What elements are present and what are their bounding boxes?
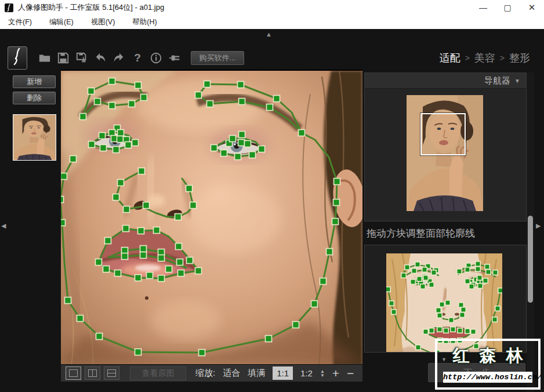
scrollbar-thumb[interactable] <box>528 216 533 303</box>
landmark-point[interactable] <box>132 140 139 146</box>
landmark-point[interactable] <box>412 268 417 274</box>
landmark-point[interactable] <box>100 145 107 151</box>
landmark-point[interactable] <box>401 273 407 278</box>
landmark-point[interactable] <box>386 287 390 292</box>
view-single-button[interactable] <box>66 366 81 380</box>
landmark-point[interactable] <box>478 284 483 289</box>
landmark-point[interactable] <box>416 345 421 350</box>
landmark-point[interactable] <box>124 206 130 213</box>
landmark-point[interactable] <box>154 227 160 234</box>
landmark-point[interactable] <box>267 104 273 111</box>
landmark-point[interactable] <box>123 226 129 232</box>
landmark-point[interactable] <box>436 308 441 313</box>
landmark-point[interactable] <box>118 130 124 136</box>
landmark-point[interactable] <box>186 186 193 192</box>
zoom-ratio-spinner[interactable]: ▲ ▼ <box>320 369 325 378</box>
view-split-horizontal-button[interactable] <box>104 366 119 380</box>
landmark-point[interactable] <box>177 259 183 266</box>
zoom-out-button[interactable]: − <box>347 368 354 379</box>
buy-software-button[interactable]: 购买软件... <box>191 51 244 65</box>
landmark-point[interactable] <box>411 280 416 285</box>
landmark-point[interactable] <box>113 147 119 153</box>
landmark-point[interactable] <box>89 141 95 148</box>
landmark-point[interactable] <box>109 103 115 109</box>
menu-edit[interactable]: 编辑(E) <box>49 17 74 27</box>
landmark-point[interactable] <box>460 313 465 318</box>
landmark-point[interactable] <box>135 275 142 281</box>
landmark-point[interactable] <box>175 214 182 220</box>
menu-file[interactable]: 文件(F) <box>8 17 32 27</box>
landmark-point[interactable] <box>135 349 142 355</box>
landmark-point[interactable] <box>476 262 481 267</box>
landmark-point[interactable] <box>80 114 86 120</box>
collapse-right-panel-icon[interactable]: ▶ <box>536 222 541 230</box>
landmark-point[interactable] <box>135 82 142 89</box>
landmark-point[interactable] <box>141 95 147 101</box>
landmark-point[interactable] <box>391 310 397 315</box>
landmark-point[interactable] <box>458 328 463 333</box>
redo-icon[interactable] <box>112 51 126 65</box>
landmark-point[interactable] <box>139 168 145 175</box>
app-tool-button[interactable] <box>8 46 27 70</box>
landmark-point[interactable] <box>299 130 305 136</box>
landmark-point[interactable] <box>465 329 470 334</box>
landmark-point[interactable] <box>483 278 488 284</box>
landmark-point[interactable] <box>333 199 340 206</box>
landmark-point[interactable] <box>334 179 340 185</box>
landmark-point[interactable] <box>431 270 437 275</box>
landmark-point[interactable] <box>129 101 135 107</box>
menu-help[interactable]: 帮助(H) <box>132 17 157 27</box>
contour-face-preview[interactable] <box>386 253 502 353</box>
landmark-point[interactable] <box>457 269 462 274</box>
landmark-point[interactable] <box>65 297 71 304</box>
landmark-point[interactable] <box>61 197 64 203</box>
landmark-point[interactable] <box>230 136 236 142</box>
landmark-point[interactable] <box>429 328 434 333</box>
landmark-point[interactable] <box>88 88 95 95</box>
landmark-point[interactable] <box>125 142 132 148</box>
landmark-point[interactable] <box>405 265 410 270</box>
landmark-point[interactable] <box>440 302 445 307</box>
landmark-point[interactable] <box>166 266 172 273</box>
help-icon[interactable]: ? <box>130 52 144 64</box>
zoom-1to1-button[interactable]: 1:1 <box>273 366 293 380</box>
landmark-point[interactable] <box>190 202 197 209</box>
landmark-point[interactable] <box>138 228 144 234</box>
landmark-point[interactable] <box>239 132 245 138</box>
landmark-point[interactable] <box>259 146 265 153</box>
landmark-point[interactable] <box>199 350 205 356</box>
landmark-point[interactable] <box>96 333 103 340</box>
landmark-point[interactable] <box>109 78 115 85</box>
landmark-point[interactable] <box>103 266 110 273</box>
breadcrumb-step-reshape[interactable]: 整形 <box>509 51 530 65</box>
zoom-fit-button[interactable]: 适合 <box>223 368 240 379</box>
landmark-point[interactable] <box>113 194 119 201</box>
landmark-point[interactable] <box>423 329 429 335</box>
zoom-1to2-button[interactable]: 1:2 <box>300 368 313 378</box>
landmark-point[interactable] <box>211 145 217 151</box>
landmark-point[interactable] <box>437 327 443 332</box>
landmark-point[interactable] <box>204 81 211 88</box>
collapse-toolbar-icon[interactable]: ▲ <box>266 31 272 38</box>
open-file-icon[interactable] <box>38 51 52 65</box>
landmark-point[interactable] <box>476 267 481 272</box>
landmark-point[interactable] <box>415 262 420 267</box>
view-original-button[interactable]: 查看原图 <box>130 366 186 380</box>
landmark-point[interactable] <box>147 273 153 279</box>
landmark-point[interactable] <box>143 202 150 209</box>
landmark-point[interactable] <box>118 180 124 186</box>
plugin-icon[interactable] <box>168 51 182 65</box>
landmark-point[interactable] <box>389 301 394 306</box>
landmark-point[interactable] <box>238 140 245 146</box>
landmark-point[interactable] <box>486 270 491 275</box>
landmark-point[interactable] <box>493 270 498 275</box>
landmark-point[interactable] <box>327 249 333 255</box>
landmark-point[interactable] <box>332 219 339 225</box>
landmark-point[interactable] <box>266 336 272 342</box>
landmark-point[interactable] <box>195 92 202 99</box>
landmark-point[interactable] <box>311 301 318 307</box>
landmark-point[interactable] <box>465 279 470 284</box>
landmark-point[interactable] <box>320 278 327 285</box>
breadcrumb-step-fit[interactable]: 适配 <box>440 51 460 65</box>
landmark-point[interactable] <box>140 252 147 259</box>
